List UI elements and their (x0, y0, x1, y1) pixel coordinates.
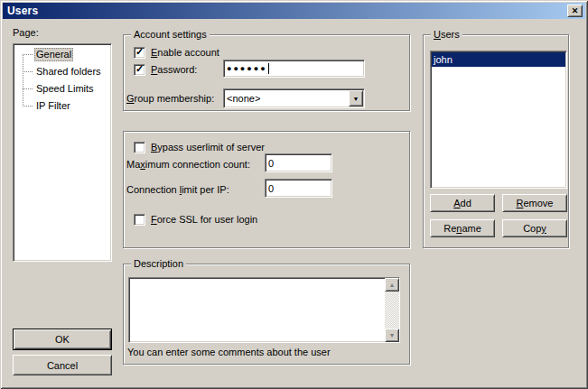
rename-button[interactable]: Rename (430, 219, 495, 237)
password-input[interactable]: ●●●●●● (223, 60, 365, 78)
vertical-scrollbar[interactable]: ▲ ▼ (385, 278, 399, 342)
users-title: Users (431, 29, 462, 40)
tree-item-general[interactable]: General (14, 47, 111, 64)
connection-limit-per-ip-value: 0 (268, 183, 274, 194)
enable-account-label[interactable]: Enable account (151, 47, 219, 58)
bypass-userlimit-label[interactable]: Bypass userlimit of server (151, 142, 265, 153)
group-membership-label: Group membership: (126, 93, 214, 104)
remove-button[interactable]: Remove (502, 194, 567, 212)
password-masked-value: ●●●●●● (227, 64, 267, 73)
title-bar[interactable]: Users ✕ (3, 3, 585, 19)
page-label: Page: (13, 27, 39, 38)
force-ssl-label[interactable]: Force SSL for user login (151, 214, 257, 225)
ok-button[interactable]: OK (13, 329, 112, 350)
tree-branch-icon (23, 71, 33, 72)
checkmark-icon: ✓ (135, 46, 144, 58)
arrow-up-icon: ▲ (389, 282, 396, 288)
max-connection-count-label: Maximum connection count: (126, 159, 250, 170)
scroll-down-button[interactable]: ▼ (385, 329, 399, 342)
page-tree[interactable]: General Shared folders Speed Limits IP F… (13, 43, 112, 262)
user-name: john (434, 54, 453, 65)
password-checkbox[interactable]: ✓ (134, 64, 145, 76)
connection-limit-per-ip-label: Connection limit per IP: (126, 184, 229, 195)
chevron-down-icon: ▼ (353, 96, 359, 102)
description-title: Description (131, 258, 186, 269)
copy-button[interactable]: Copy (502, 219, 567, 237)
tree-item-label: Speed Limits (34, 82, 96, 96)
users-listbox[interactable]: john (430, 51, 567, 189)
combo-dropdown-button[interactable]: ▼ (349, 90, 363, 107)
connection-limit-per-ip-input[interactable]: 0 (265, 179, 332, 198)
list-item-john[interactable]: john (432, 52, 565, 67)
close-icon: ✕ (572, 7, 579, 15)
checkmark-icon: ✓ (135, 63, 144, 75)
close-button[interactable]: ✕ (567, 5, 583, 17)
scroll-up-button[interactable]: ▲ (385, 278, 399, 292)
group-membership-select[interactable]: <none> ▼ (223, 88, 365, 108)
users-dialog: Users ✕ Page: General Shared folders Spe… (0, 0, 588, 389)
bypass-userlimit-checkbox[interactable]: ✓ (134, 142, 145, 153)
tree-branch-icon (23, 54, 33, 55)
arrow-down-icon: ▼ (389, 332, 396, 338)
window-title: Users (3, 5, 38, 17)
tree-item-label: Shared folders (34, 65, 103, 79)
add-button[interactable]: Add (430, 194, 495, 212)
password-label[interactable]: Password: (151, 64, 197, 75)
tree-item-ip-filter[interactable]: IP Filter (14, 98, 111, 116)
max-connection-count-value: 0 (268, 158, 274, 169)
text-caret (268, 63, 269, 74)
tree-item-speed-limits[interactable]: Speed Limits (14, 81, 111, 98)
tree-item-label: General (34, 48, 73, 61)
tree-branch-icon (23, 106, 33, 107)
cancel-button[interactable]: Cancel (13, 355, 112, 375)
tree-item-shared-folders[interactable]: Shared folders (14, 64, 111, 81)
force-ssl-checkbox[interactable]: ✓ (134, 214, 145, 226)
enable-account-checkbox[interactable]: ✓ (134, 47, 145, 59)
max-connection-count-input[interactable]: 0 (265, 153, 332, 172)
account-settings-title: Account settings (131, 29, 210, 40)
scroll-track[interactable] (385, 292, 399, 329)
description-hint: You can enter some comments about the us… (127, 347, 331, 357)
group-membership-value: <none> (227, 93, 260, 104)
tree-item-label: IP Filter (34, 99, 72, 113)
description-textarea[interactable]: ▲ ▼ (128, 277, 400, 343)
tree-branch-icon (23, 88, 33, 89)
